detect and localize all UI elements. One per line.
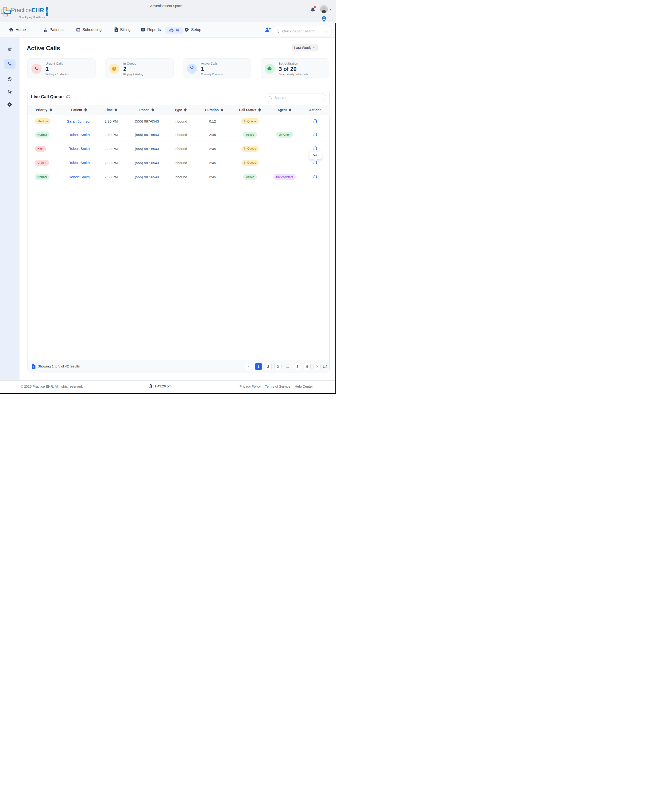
svg-text:x: x: [33, 365, 34, 368]
svg-text:$: $: [116, 29, 117, 32]
